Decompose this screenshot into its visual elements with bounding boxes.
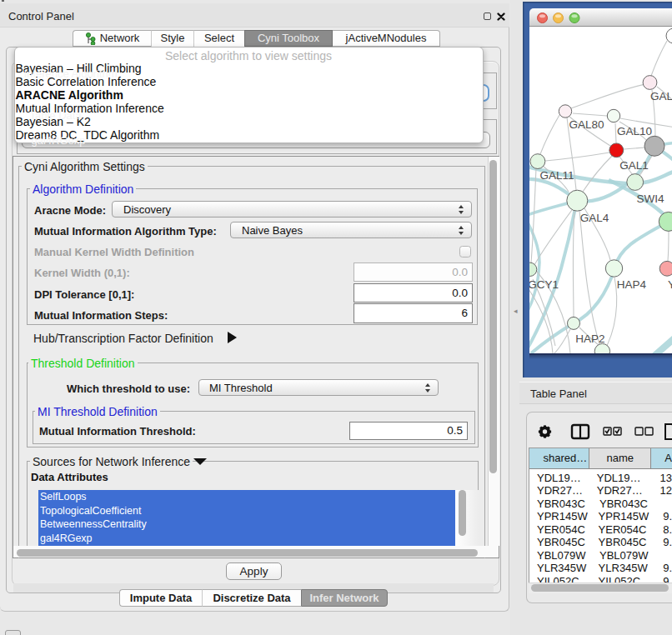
svg-text:HAP2: HAP2 (575, 332, 604, 345)
svg-text:GAL10: GAL10 (616, 125, 651, 138)
svg-text:GAL2: GAL2 (650, 90, 672, 102)
svg-text:SWI4: SWI4 (636, 192, 664, 205)
svg-text:Y: Y (668, 278, 672, 291)
svg-text:GAL80: GAL80 (569, 118, 604, 131)
svg-text:GAL1: GAL1 (619, 159, 649, 172)
svg-text:GCY1: GCY1 (529, 278, 559, 291)
svg-text:HAP4: HAP4 (616, 278, 646, 291)
svg-text:GAL4: GAL4 (579, 212, 609, 224)
svg-text:GAL11: GAL11 (539, 169, 574, 182)
